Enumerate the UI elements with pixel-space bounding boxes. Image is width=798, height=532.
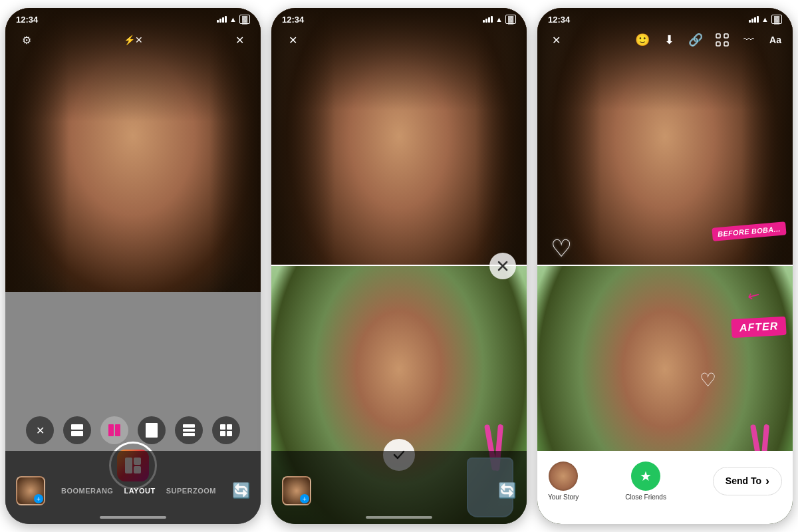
battery-icon-3: ▓ [771, 15, 782, 24]
tab-superzoom[interactable]: SUPERZOOM [166, 487, 216, 495]
battery-icon-2: ▓ [505, 15, 516, 24]
link-icon[interactable]: 🔗 [686, 31, 705, 49]
your-story-label: Your Story [548, 493, 579, 501]
send-to-chevron: › [765, 474, 769, 488]
close-friends-avatar: ★ [631, 462, 660, 491]
camera-top-photo [5, 8, 261, 292]
status-time-2: 12:34 [282, 15, 304, 25]
signal-bars-3 [749, 16, 759, 23]
home-indicator-3 [632, 516, 698, 519]
your-story-avatar [549, 462, 578, 491]
hair-right [209, 8, 261, 292]
download-icon[interactable]: ⬇ [660, 31, 678, 49]
s3-close-icon[interactable]: ✕ [545, 29, 567, 51]
avatar-image [549, 462, 578, 491]
your-story-option[interactable]: Your Story [548, 462, 579, 501]
s2-close-icon[interactable]: ✕ [282, 29, 303, 51]
gallery-plus-icon: + [34, 494, 43, 503]
screen3: ♡ BEFORE BOBA... ↙ AFTER ♡ 12:34 ▲ ▓ ✕ [537, 8, 793, 524]
draw-icon[interactable]: 〰 [739, 31, 758, 49]
svg-rect-4 [724, 34, 728, 38]
status-icons-2: ▲ ▓ [483, 15, 516, 24]
bottom-bar: + BOOMERANG LAYOUT SUPERZOOM 🔄 [5, 451, 261, 524]
s2-bottom-bar-content: + 🔄 [282, 476, 516, 505]
signal-bar-2 [219, 19, 221, 23]
close-friends-option[interactable]: ★ Close Friends [625, 462, 666, 501]
s3-top-toolbar: ✕ 🙂 ⬇ 🔗 〰 Aa [537, 29, 793, 51]
status-time: 12:34 [16, 15, 38, 25]
s2-bottom-bar: + 🔄 [271, 451, 527, 524]
tab-layout[interactable]: LAYOUT [124, 487, 155, 495]
layout-selector: ✕ [5, 416, 261, 444]
hair-left [5, 8, 69, 292]
heart-sticker-1[interactable]: ♡ [551, 235, 572, 263]
signal-bars [217, 16, 227, 23]
layout-1col-btn[interactable] [63, 416, 91, 444]
layout-2split-btn[interactable] [100, 416, 128, 444]
tab-boomerang[interactable]: BOOMERANG [61, 487, 113, 495]
wifi-icon: ▲ [229, 15, 237, 23]
mode-tabs: BOOMERANG LAYOUT SUPERZOOM [61, 487, 216, 495]
svg-rect-3 [716, 34, 720, 38]
heart-sticker-2[interactable]: ♡ [700, 369, 716, 391]
screen1: 12:34 ▲ ▓ ⚙ ⚡✕ ✕ ✕ [5, 8, 261, 524]
layout-3split-btn[interactable] [175, 416, 203, 444]
s2-top-controls: ✕ [271, 29, 527, 51]
after-sticker[interactable]: AFTER [731, 316, 787, 337]
gallery-thumbnail[interactable]: + [16, 476, 45, 505]
s2-flip-btn[interactable]: 🔄 [498, 482, 516, 499]
layout-close-btn[interactable]: ✕ [26, 416, 54, 444]
send-to-button[interactable]: Send To › [713, 467, 782, 495]
signal-bar-3 [222, 17, 224, 23]
s3-toolbar-right: 🙂 ⬇ 🔗 〰 Aa [633, 31, 785, 49]
screens-container: 12:34 ▲ ▓ ⚙ ⚡✕ ✕ ✕ [0, 0, 798, 532]
s2-delete-btn[interactable] [489, 253, 516, 279]
close-icon[interactable]: ✕ [229, 29, 250, 51]
battery-icon: ▓ [239, 15, 250, 24]
screen2: 12:34 ▲ ▓ ✕ [271, 8, 527, 524]
status-bar-2: 12:34 ▲ ▓ [271, 8, 527, 27]
text-icon[interactable]: Aa [766, 31, 785, 49]
signal-bars-2 [483, 16, 493, 23]
sticker-emoji-icon[interactable]: 🙂 [633, 31, 652, 49]
home-indicator [100, 516, 166, 519]
send-to-label: Send To [726, 475, 761, 486]
face-recognition-icon[interactable] [713, 31, 732, 49]
svg-rect-6 [724, 42, 728, 46]
top-camera-controls: ⚙ ⚡✕ ✕ [5, 29, 261, 51]
flip-camera-btn[interactable]: 🔄 [232, 482, 250, 499]
wifi-icon-3: ▲ [761, 15, 769, 23]
settings-icon[interactable]: ⚙ [16, 29, 37, 51]
svg-rect-5 [716, 42, 720, 46]
status-icons: ▲ ▓ [217, 15, 250, 24]
bottom-bar-content: + BOOMERANG LAYOUT SUPERZOOM 🔄 [16, 476, 250, 505]
s3-share-bar: Your Story ★ Close Friends Send To › [537, 451, 793, 524]
s2-gallery-thumb[interactable]: + [282, 476, 311, 505]
signal-bar-1 [217, 20, 219, 23]
home-indicator-2 [366, 516, 432, 519]
status-icons-3: ▲ ▓ [749, 15, 782, 24]
s2-center-controls [271, 253, 527, 279]
status-time-3: 12:34 [548, 15, 570, 25]
signal-bar-4 [225, 16, 227, 23]
layout-4grid-btn[interactable] [212, 416, 240, 444]
wifi-icon-2: ▲ [495, 15, 503, 23]
status-bar-3: 12:34 ▲ ▓ [537, 8, 793, 27]
layout-single-btn[interactable] [138, 416, 166, 444]
flash-icon[interactable]: ⚡✕ [122, 29, 144, 51]
status-bar: 12:34 ▲ ▓ [5, 8, 261, 27]
close-friends-label: Close Friends [625, 493, 666, 501]
s2-gallery-plus: + [300, 494, 309, 503]
